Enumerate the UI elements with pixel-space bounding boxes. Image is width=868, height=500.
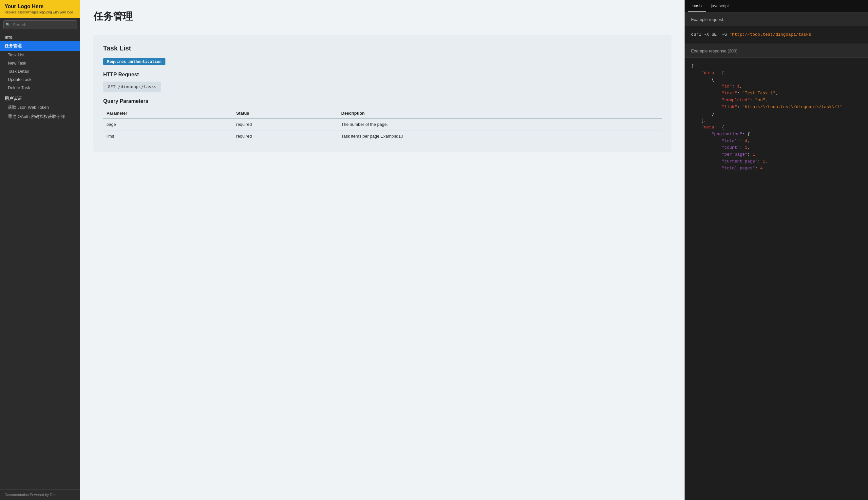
sidebar-item-user-auth[interactable]: 用户认证 xyxy=(0,93,80,103)
main-content: 任务管理 Task List Requires authentication H… xyxy=(80,0,685,500)
col-status: Status xyxy=(233,108,338,118)
param-status-0: required xyxy=(233,118,338,130)
http-code: GET /dingoapi/tasks xyxy=(103,82,161,92)
sidebar-item-task-management[interactable]: 任务管理 xyxy=(0,41,80,51)
param-desc-0: The number of the page. xyxy=(338,118,662,130)
section-title: Task List xyxy=(103,45,662,52)
param-status-1: required xyxy=(233,130,338,142)
query-params-label: Query Parameters xyxy=(103,98,662,104)
page-title: 任务管理 xyxy=(93,10,671,28)
table-row: limit required Task items per page.Examp… xyxy=(103,130,662,142)
sidebar-sub-item-update-task[interactable]: Update Task xyxy=(0,75,80,83)
col-parameter: Parameter xyxy=(103,108,233,118)
sidebar-sub-item-task-list[interactable]: Task List xyxy=(0,51,80,59)
params-table: Parameter Status Description page requir… xyxy=(103,108,662,142)
tab-bash[interactable]: bash xyxy=(688,0,706,12)
tab-javascript[interactable]: javascript xyxy=(706,0,733,12)
sidebar-sub-item-oauth[interactable]: 通过 OAuth 密码授权获取令牌 xyxy=(0,112,80,121)
param-name-1: limit xyxy=(103,130,233,142)
curl-url: "http://todo.test/dingoapi/tasks" xyxy=(729,32,814,37)
example-response-label: Example response (200): xyxy=(685,44,868,58)
example-request-label: Example request: xyxy=(685,12,868,26)
sidebar: Your Logo Here Replace assets/images/log… xyxy=(0,0,80,500)
sidebar-sub-item-new-task[interactable]: New Task xyxy=(0,59,80,67)
param-desc-1: Task items per page.Example:10 xyxy=(338,130,662,142)
curl-command: curl -X GET -G xyxy=(691,32,729,37)
right-panel: bash javascript Example request: curl -X… xyxy=(685,0,868,500)
sidebar-footer: Documentation Powered by Doc... xyxy=(0,489,80,500)
sidebar-sub-item-delete-task[interactable]: Delete Task xyxy=(0,83,80,92)
sidebar-sub-item-task-detail[interactable]: Task Detail xyxy=(0,67,80,75)
logo-area: Your Logo Here Replace assets/images/log… xyxy=(0,0,80,18)
curl-code-block: curl -X GET -G "http://todo.test/dingoap… xyxy=(685,26,868,44)
param-name-0: page xyxy=(103,118,233,130)
code-tabs: bash javascript xyxy=(685,0,868,12)
http-request-label: HTTP Request xyxy=(103,72,662,78)
auth-badge: Requires authentication xyxy=(103,58,165,65)
search-input[interactable] xyxy=(3,20,77,29)
content-card: Task List Requires authentication HTTP R… xyxy=(93,35,671,152)
table-row: page required The number of the page. xyxy=(103,118,662,130)
search-area xyxy=(0,18,80,32)
logo-title: Your Logo Here xyxy=(4,3,76,10)
logo-subtitle: Replace assets/images/logo.png with your… xyxy=(4,10,76,14)
sidebar-sub-item-jwt[interactable]: 获取 Json Web Token xyxy=(0,103,80,112)
sidebar-item-info[interactable]: Info xyxy=(0,32,80,41)
col-description: Description xyxy=(338,108,662,118)
response-code-block: { "data": [ { "id": 1, "text": "Test Tas… xyxy=(685,58,868,177)
